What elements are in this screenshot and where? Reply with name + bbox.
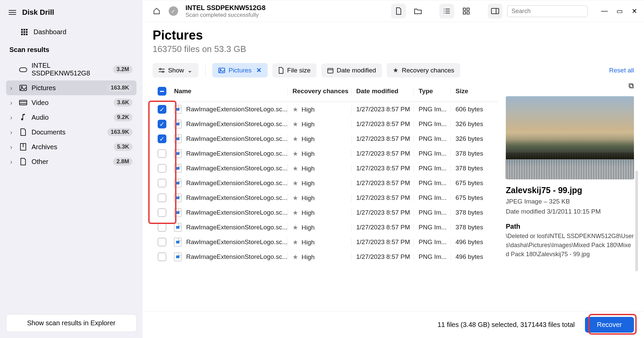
table-row[interactable]: RawImageExtensionStoreLogo.sc... ★High 1…	[153, 190, 498, 205]
file-type-icon	[174, 208, 181, 217]
scrollbar[interactable]	[635, 171, 638, 271]
scan-results-label: Scan results	[6, 43, 137, 58]
sidebar-item-audio[interactable]: › Audio 9.2K	[6, 110, 137, 125]
minimize-button[interactable]: —	[601, 7, 608, 15]
menu-icon[interactable]	[9, 10, 16, 15]
table-row[interactable]: RawImageExtensionStoreLogo.sc... ★High 1…	[153, 220, 498, 235]
row-checkbox[interactable]	[158, 223, 166, 232]
star-icon: ★	[292, 209, 298, 216]
sidebar-item-dashboard[interactable]: Dashboard	[6, 25, 137, 43]
row-checkbox[interactable]	[158, 179, 166, 187]
row-checkbox[interactable]	[158, 252, 166, 261]
filter-recovery-chances[interactable]: ★ Recovery chances	[387, 63, 460, 77]
filter-bar: Show ⌄ Pictures ✕ File size Date modifie…	[143, 57, 644, 83]
header-status: Scan completed successfully	[185, 12, 386, 18]
row-checkbox[interactable]: ✓	[158, 134, 166, 143]
file-type-icon	[174, 223, 181, 232]
show-in-explorer-button[interactable]: Show scan results in Explorer	[6, 314, 137, 332]
file-type-icon	[174, 134, 181, 143]
date-value: 1/27/2023 8:57 PM	[352, 165, 414, 172]
file-type-icon	[174, 252, 181, 261]
table-row[interactable]: ✓ RawImageExtensionStoreLogo.sc... ★High…	[153, 102, 498, 117]
file-name: RawImageExtensionStoreLogo.sc...	[186, 253, 287, 261]
row-checkbox[interactable]	[158, 193, 166, 202]
table-row[interactable]: RawImageExtensionStoreLogo.sc... ★High 1…	[153, 249, 498, 264]
show-dropdown[interactable]: Show ⌄	[153, 63, 199, 77]
size-value: 326 bytes	[451, 135, 498, 143]
col-recovery[interactable]: Recovery chances	[288, 88, 352, 95]
svg-rect-28	[328, 68, 333, 73]
sidebar-item-badge: 5.3K	[114, 143, 132, 151]
table-row[interactable]: ✓ RawImageExtensionStoreLogo.sc... ★High…	[153, 117, 498, 131]
svg-point-25	[162, 71, 164, 72]
filter-date-modified[interactable]: Date modified	[321, 63, 382, 77]
file-type-icon	[174, 164, 181, 173]
col-date[interactable]: Date modified	[352, 88, 414, 95]
table-row[interactable]: RawImageExtensionStoreLogo.sc... ★High 1…	[153, 205, 498, 220]
table-row[interactable]: RawImageExtensionStoreLogo.sc... ★High 1…	[153, 161, 498, 176]
open-external-icon[interactable]: ⧉	[629, 83, 634, 90]
panel-view-button[interactable]	[488, 4, 502, 18]
audio-icon	[19, 114, 28, 121]
type-value: PNG Im...	[414, 224, 451, 231]
row-checkbox[interactable]	[158, 238, 166, 246]
file-view-button[interactable]	[391, 4, 406, 18]
chevron-right-icon: ›	[10, 99, 15, 107]
row-checkbox[interactable]: ✓	[158, 105, 166, 114]
preview-meta-type: JPEG Image – 325 KB	[506, 198, 634, 205]
file-type-icon	[174, 149, 181, 158]
row-checkbox[interactable]	[158, 164, 166, 173]
date-value: 1/27/2023 8:57 PM	[352, 194, 414, 202]
date-value: 1/27/2023 8:57 PM	[352, 179, 414, 187]
recover-button[interactable]: Recover	[585, 317, 634, 333]
star-icon: ★	[292, 150, 298, 157]
page-title: Pictures	[153, 28, 634, 43]
row-checkbox[interactable]: ✓	[158, 120, 166, 128]
status-ok-icon: ✓	[169, 6, 178, 16]
file-type-icon	[174, 193, 181, 202]
close-button[interactable]: ✕	[632, 7, 637, 15]
sidebar-item-badge: 3.6K	[114, 99, 132, 107]
tree-device-badge: 3.2M	[113, 65, 132, 73]
sidebar-item-documents[interactable]: › Documents 163.9K	[6, 125, 137, 139]
table-row[interactable]: RawImageExtensionStoreLogo.sc... ★High 1…	[153, 235, 498, 249]
filter-file-size-label: File size	[287, 67, 311, 74]
file-name: RawImageExtensionStoreLogo.sc...	[186, 194, 287, 202]
table-row[interactable]: RawImageExtensionStoreLogo.sc... ★High 1…	[153, 176, 498, 190]
preview-image	[506, 96, 634, 179]
row-checkbox[interactable]	[158, 208, 166, 217]
filter-date-label: Date modified	[337, 67, 376, 74]
close-icon[interactable]: ✕	[256, 66, 262, 74]
maximize-button[interactable]: ▭	[616, 7, 623, 15]
col-type[interactable]: Type	[414, 88, 451, 95]
sidebar-item-pictures[interactable]: › Pictures 163.8K	[6, 80, 137, 95]
svg-point-27	[220, 69, 221, 70]
star-icon: ★	[393, 66, 398, 74]
filter-file-size[interactable]: File size	[272, 63, 317, 77]
col-name[interactable]: Name	[171, 88, 288, 95]
size-value: 378 bytes	[451, 150, 498, 157]
sidebar-item-other[interactable]: › Other 2.8M	[6, 154, 137, 169]
recovery-value: High	[302, 150, 315, 157]
reset-all-link[interactable]: Reset all	[609, 67, 634, 74]
main: ✓ INTEL SSDPEKNW512G8 Scan completed suc…	[143, 0, 644, 338]
grid-view-button[interactable]	[459, 4, 474, 18]
search-box[interactable]	[507, 5, 588, 17]
col-size[interactable]: Size	[451, 88, 498, 95]
svg-point-24	[160, 68, 161, 70]
search-input[interactable]	[512, 8, 589, 15]
select-all-checkbox[interactable]	[158, 87, 166, 96]
sidebar-item-video[interactable]: › Video 3.6K	[6, 95, 137, 110]
list-view-button[interactable]	[439, 4, 454, 18]
star-icon: ★	[292, 121, 298, 128]
home-button[interactable]	[149, 4, 164, 18]
table-row[interactable]: ✓ RawImageExtensionStoreLogo.sc... ★High…	[153, 131, 498, 146]
tree-device[interactable]: INTEL SSDPEKNW512G8 3.2M	[6, 58, 137, 80]
table-row[interactable]: RawImageExtensionStoreLogo.sc... ★High 1…	[153, 146, 498, 161]
row-checkbox[interactable]	[158, 149, 166, 158]
recovery-value: High	[302, 165, 315, 172]
folder-view-button[interactable]	[411, 4, 425, 18]
filter-pictures[interactable]: Pictures ✕	[212, 63, 268, 77]
sidebar-item-archives[interactable]: › Archives 5.3K	[6, 139, 137, 154]
size-value: 378 bytes	[451, 209, 498, 216]
